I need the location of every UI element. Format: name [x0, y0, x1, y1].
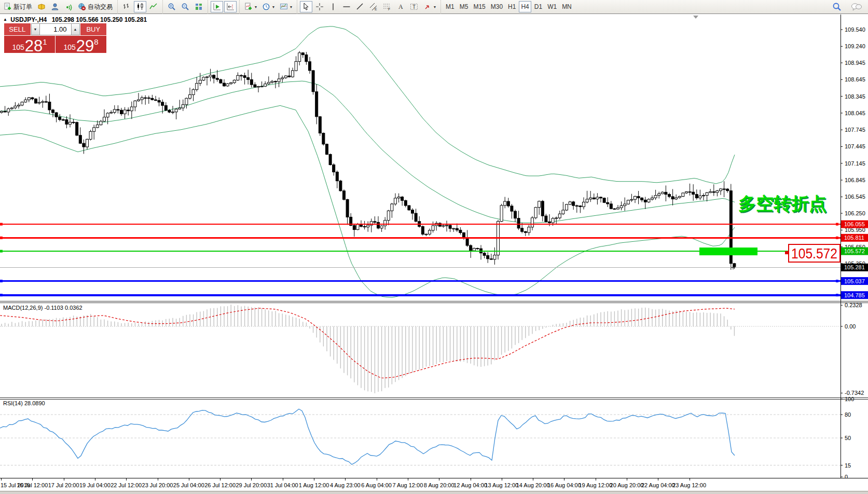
rsi-axis-tick: 50 — [845, 435, 851, 441]
toolbar-new-order-icon[interactable]: 新订单 — [2, 1, 34, 12]
toolbar-zoom-in-icon[interactable] — [166, 1, 178, 12]
svg-text:105.037: 105.037 — [844, 278, 865, 284]
status-strip — [0, 491, 868, 494]
toolbar-tf-D1-button[interactable]: D1 — [532, 1, 544, 12]
time-axis-label: 22 Aug 04:00 — [641, 482, 675, 488]
toolbar-vertical-line-icon[interactable] — [327, 1, 339, 12]
toolbar-tf-M15-button[interactable]: M15 — [471, 1, 487, 12]
chart-background — [0, 15, 868, 478]
time-tick — [158, 478, 158, 481]
toolbar-indicators-icon[interactable]: ▾ — [242, 1, 259, 12]
time-axis-label: 7 Aug 12:00 — [393, 482, 423, 488]
svg-text:106.845: 106.845 — [845, 177, 865, 183]
toolbar-trendline-icon[interactable] — [354, 1, 366, 12]
time-tick — [64, 478, 64, 481]
svg-text:105.811: 105.811 — [844, 235, 864, 241]
svg-text:107.745: 107.745 — [845, 127, 865, 133]
svg-text:105.281: 105.281 — [844, 264, 865, 270]
time-tick — [283, 478, 283, 481]
rsi-axis-tick: 15 — [845, 462, 851, 469]
toolbar-bar-chart-icon[interactable] — [120, 1, 133, 12]
sell-price-button[interactable]: 105 28 1 — [4, 36, 55, 53]
svg-text:T: T — [412, 4, 416, 10]
toolbar-signal-icon[interactable] — [62, 1, 75, 12]
toolbar-auto-scroll-icon[interactable] — [211, 1, 223, 12]
toolbar-group: ▾▾▾ — [239, 0, 296, 14]
time-axis-label: 19 Aug 12:00 — [578, 482, 612, 488]
chart-title: ▲ USDJPY-,H4 105.298 105.566 105.250 105… — [3, 16, 147, 23]
price-tag-104.785: 104.785 — [841, 291, 868, 299]
svg-text:E: E — [375, 7, 377, 11]
svg-text:108.945: 108.945 — [845, 60, 865, 66]
time-axis-label: 23 Aug 12:00 — [672, 482, 706, 488]
highlight-rectangle[interactable] — [699, 248, 757, 255]
toolbar-fibonacci-icon[interactable]: F — [381, 1, 393, 12]
svg-text:108.645: 108.645 — [845, 76, 865, 83]
time-tick — [471, 478, 471, 481]
sell-button[interactable]: SELL — [4, 23, 31, 35]
toolbar-tf-M5-button[interactable]: M5 — [458, 1, 471, 12]
volume-decrease-button[interactable]: ▼ — [31, 23, 40, 35]
price-tag-105.281: 105.281 — [841, 264, 868, 271]
toolbar-tf-H1-button[interactable]: H1 — [506, 1, 518, 12]
time-tick — [314, 478, 314, 481]
toolbar-search-icon[interactable] — [830, 1, 844, 12]
toolbar-tile-windows-icon[interactable] — [192, 1, 205, 12]
time-tick — [690, 478, 690, 481]
toolbar-chart-shift-icon[interactable] — [224, 1, 237, 12]
toolbar-templates-icon[interactable]: ▾ — [278, 1, 294, 12]
time-axis-label: 23 Jul 20:00 — [142, 482, 173, 488]
toolbar-tf-M1-button[interactable]: M1 — [444, 1, 457, 12]
toolbar-periods-icon[interactable]: ▾ — [260, 1, 277, 12]
toolbar-arrows-icon[interactable]: ▾ — [421, 1, 438, 12]
toolbar-profile-icon[interactable] — [49, 1, 61, 12]
toolbar-text-icon[interactable]: A — [394, 1, 407, 12]
toolbar-text-label-icon[interactable]: T — [408, 1, 420, 12]
time-axis-label: 8 Aug 20:00 — [424, 482, 454, 488]
svg-text:106.545: 106.545 — [845, 194, 865, 200]
chart-canvas[interactable]: 多空转折点多空转折点105.572109.540109.240108.94510… — [0, 15, 868, 478]
hline-105.037[interactable] — [0, 280, 841, 282]
annotation-text[interactable]: 多空转折点多空转折点 — [738, 194, 828, 214]
toolbar-tf-M30-button[interactable]: M30 — [489, 1, 505, 12]
toolbar-community-icon[interactable] — [849, 1, 864, 12]
volume-increase-button[interactable]: ▲ — [71, 23, 80, 35]
toolbar-crosshair-icon[interactable] — [313, 1, 326, 12]
toolbar-tf-MN-button[interactable]: MN — [560, 1, 574, 12]
volume-input[interactable] — [40, 23, 71, 35]
toolbar-equidistant-channel-icon[interactable]: E — [367, 1, 380, 12]
time-tick — [1, 478, 2, 481]
buy-button[interactable]: BUY — [80, 23, 107, 35]
toolbar-auto-trading-icon[interactable]: 自动交易 — [76, 1, 115, 12]
toolbar-group: EFAT▾ — [297, 0, 439, 14]
toolbar-group: M1M5M15M30H1H4D1W1MN — [440, 0, 575, 14]
price-label-box[interactable]: 105.572 — [785, 244, 840, 262]
macd-axis-tick: 0.00 — [845, 323, 856, 330]
toolbar-horizontal-line-icon[interactable] — [340, 1, 353, 12]
collapse-panel-icon[interactable]: ▲ — [3, 17, 7, 22]
toolbar-line-chart-icon[interactable] — [147, 1, 160, 12]
toolbar-quotes-icon[interactable] — [35, 1, 48, 12]
toolbar-candle-chart-icon[interactable] — [134, 1, 146, 12]
toolbar-group — [162, 0, 206, 14]
svg-text:106.055: 106.055 — [844, 221, 865, 227]
hline-104.785[interactable] — [0, 294, 841, 296]
time-tick — [408, 478, 408, 481]
buy-price-prefix: 105 — [63, 43, 75, 51]
time-axis[interactable]: 15 Jul 201916 Jul 12:0017 Jul 20:0019 Ju… — [0, 478, 868, 491]
svg-text:A: A — [398, 3, 403, 10]
toolbar-cursor-icon[interactable] — [300, 1, 312, 12]
time-tick — [126, 478, 127, 481]
toolbar-group: 新订单自动交易 — [0, 0, 116, 14]
time-axis-label: 16 Aug 04:00 — [547, 482, 581, 488]
time-axis-label: 17 Jul 20:00 — [48, 482, 79, 488]
toolbar-tf-W1-button[interactable]: W1 — [545, 1, 559, 12]
time-tick — [564, 478, 564, 481]
toolbar-zoom-out-icon[interactable] — [179, 1, 191, 12]
toolbar-tf-H4-button[interactable]: H4 — [519, 1, 531, 12]
price-tag-105.572: 105.572 — [841, 248, 868, 255]
time-tick — [439, 478, 439, 481]
time-axis-label: 25 Jul 04:00 — [173, 482, 204, 488]
time-axis-label: 16 Jul 12:00 — [17, 482, 48, 488]
buy-price-button[interactable]: 105 29 8 — [56, 36, 106, 53]
